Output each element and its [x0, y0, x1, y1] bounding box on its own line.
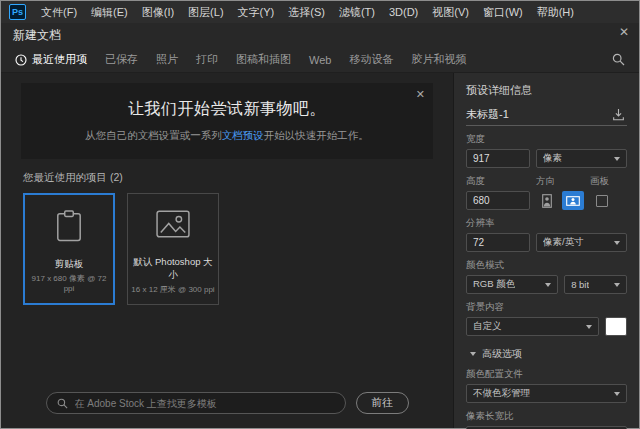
menu-3d[interactable]: 3D(D)	[382, 1, 425, 23]
dialog-body: ✕ 让我们开始尝试新事物吧。 从您自己的文档设置或一系列文档预设开始以快速开始工…	[1, 73, 639, 428]
menu-help[interactable]: 帮助(H)	[530, 1, 581, 23]
chevron-down-icon	[470, 352, 476, 356]
color-profile-label: 颜色配置文件	[466, 368, 627, 381]
chevron-down-icon	[614, 283, 620, 287]
background-color-swatch[interactable]	[605, 317, 627, 336]
tab-photo[interactable]: 照片	[156, 47, 178, 72]
document-name-row	[466, 107, 627, 126]
chevron-down-icon	[614, 241, 620, 245]
chevron-down-icon	[614, 392, 620, 396]
landscape-icon	[566, 196, 580, 206]
chevron-down-icon	[586, 325, 592, 329]
recent-items-heading: 您最近使用的项目 (2)	[23, 171, 453, 185]
clock-icon	[15, 54, 27, 66]
menu-image[interactable]: 图像(I)	[135, 1, 181, 23]
color-mode-label: 颜色模式	[466, 259, 627, 272]
width-label: 宽度	[466, 133, 627, 146]
resolution-label: 分辨率	[466, 217, 627, 230]
recent-item-clipboard[interactable]: 剪贴板 917 x 680 像素 @ 72 ppi	[23, 193, 115, 305]
background-contents-label: 背景内容	[466, 301, 627, 314]
recent-item-title: 默认 Photoshop 大小	[131, 256, 215, 282]
dialog-titlebar: 新建文档 ✕	[1, 23, 639, 47]
tab-art[interactable]: 图稿和插图	[236, 47, 291, 72]
recent-items-list: 剪贴板 917 x 680 像素 @ 72 ppi 默认 Photoshop 大…	[23, 193, 453, 305]
preset-details-panel: 预设详细信息 宽度 像素 高度 方向 画板	[453, 73, 639, 428]
artboard-label: 画板	[590, 175, 609, 188]
menu-type[interactable]: 文字(Y)	[231, 1, 282, 23]
height-label: 高度	[466, 175, 536, 188]
recent-documents-area: ✕ 让我们开始尝试新事物吧。 从您自己的文档设置或一系列文档预设开始以快速开始工…	[1, 73, 453, 428]
stock-search[interactable]	[46, 392, 346, 414]
width-input[interactable]	[466, 149, 530, 168]
tab-mobile[interactable]: 移动设备	[349, 47, 393, 72]
save-preset-icon[interactable]	[610, 107, 627, 122]
document-presets-link[interactable]: 文档预设	[222, 129, 264, 141]
recent-item-meta: 917 x 680 像素 @ 72 ppi	[28, 274, 110, 294]
tab-web[interactable]: Web	[309, 47, 331, 72]
pixel-aspect-ratio-label: 像素长宽比	[466, 410, 627, 423]
preset-details-heading: 预设详细信息	[466, 83, 627, 98]
tab-saved[interactable]: 已保存	[105, 47, 138, 72]
dialog-close-icon[interactable]: ✕	[619, 26, 629, 38]
welcome-banner: ✕ 让我们开始尝试新事物吧。 从您自己的文档设置或一系列文档预设开始以快速开始工…	[21, 83, 433, 159]
height-input[interactable]	[466, 191, 530, 210]
orientation-landscape-button[interactable]	[562, 191, 584, 210]
tab-recent[interactable]: 最近使用项	[15, 47, 87, 72]
menu-select[interactable]: 选择(S)	[281, 1, 332, 23]
color-mode-select[interactable]: RGB 颜色	[466, 275, 558, 294]
banner-title: 让我们开始尝试新事物吧。	[55, 99, 399, 120]
document-name-input[interactable]	[466, 109, 610, 121]
menu-edit[interactable]: 编辑(E)	[84, 1, 135, 23]
image-icon	[128, 194, 218, 254]
stock-search-input[interactable]	[75, 398, 335, 409]
menu-window[interactable]: 窗口(W)	[476, 1, 530, 23]
stock-search-row: 前往	[1, 380, 453, 428]
photoshop-window: Ps 文件(F) 编辑(E) 图像(I) 图层(L) 文字(Y) 选择(S) 滤…	[0, 0, 640, 429]
menu-filter[interactable]: 滤镜(T)	[332, 1, 382, 23]
clipboard-icon	[25, 195, 113, 256]
preset-tabs: 最近使用项 已保存 照片 打印 图稿和插图 Web 移动设备 胶片和视频	[1, 47, 639, 73]
search-icon	[57, 398, 68, 409]
bit-depth-select[interactable]: 8 bit	[564, 275, 627, 294]
tab-print[interactable]: 打印	[196, 47, 218, 72]
orientation-portrait-button[interactable]	[536, 191, 558, 210]
color-profile-select[interactable]: 不做色彩管理	[466, 384, 627, 403]
banner-subtitle: 从您自己的文档设置或一系列文档预设开始以快速开始工作。	[55, 129, 399, 143]
new-document-dialog: 新建文档 ✕ 最近使用项 已保存 照片 打印 图稿和插图 Web 移动设备 胶片…	[1, 23, 639, 428]
tab-film-video[interactable]: 胶片和视频	[411, 47, 466, 72]
menu-file[interactable]: 文件(F)	[34, 1, 84, 23]
chevron-down-icon	[545, 283, 551, 287]
portrait-icon	[542, 194, 552, 208]
orientation-label: 方向	[536, 175, 590, 188]
recent-item-default-photoshop-size[interactable]: 默认 Photoshop 大小 16 x 12 厘米 @ 300 ppi	[127, 193, 219, 305]
resolution-unit-select[interactable]: 像素/英寸	[536, 233, 627, 252]
go-button[interactable]: 前往	[356, 392, 409, 414]
dialog-title: 新建文档	[13, 27, 61, 44]
background-contents-select[interactable]: 自定义	[466, 317, 599, 336]
banner-close-icon[interactable]: ✕	[416, 89, 425, 100]
advanced-options-toggle[interactable]: 高级选项	[466, 347, 627, 361]
search-icon[interactable]	[612, 53, 625, 66]
resolution-input[interactable]	[466, 233, 530, 252]
menu-view[interactable]: 视图(V)	[425, 1, 476, 23]
chevron-down-icon	[614, 157, 620, 161]
recent-item-title: 剪贴板	[28, 258, 110, 271]
menu-layer[interactable]: 图层(L)	[181, 1, 230, 23]
menu-bar: Ps 文件(F) 编辑(E) 图像(I) 图层(L) 文字(Y) 选择(S) 滤…	[1, 1, 639, 23]
width-unit-select[interactable]: 像素	[536, 149, 627, 168]
recent-item-meta: 16 x 12 厘米 @ 300 ppi	[131, 285, 215, 295]
photoshop-logo: Ps	[9, 4, 26, 20]
artboard-checkbox[interactable]	[596, 195, 608, 207]
